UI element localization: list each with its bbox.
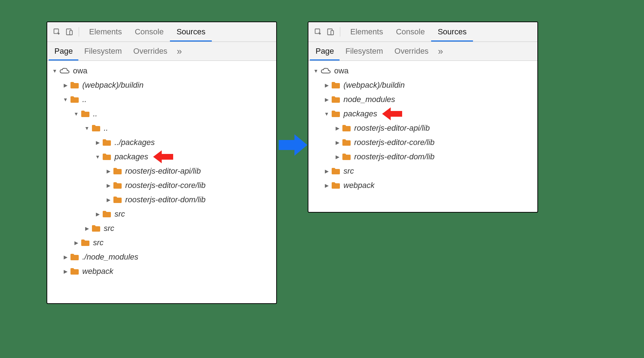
folder-icon <box>331 168 340 175</box>
disclosure-right-icon[interactable]: ▶ <box>74 240 79 246</box>
disclosure-right-icon[interactable]: ▶ <box>84 226 89 231</box>
inspect-icon[interactable] <box>51 26 63 38</box>
tree-item[interactable]: ▶ node_modules <box>310 92 536 107</box>
highlight-arrow-icon <box>382 107 402 120</box>
tree-root-label: owa <box>73 66 87 76</box>
tab-sources[interactable]: Sources <box>431 22 473 42</box>
folder-icon <box>331 182 340 189</box>
tree-item[interactable]: ▶ webpack <box>49 264 275 279</box>
subtab-page[interactable]: Page <box>49 42 78 61</box>
tree-item-label: src <box>93 238 103 247</box>
disclosure-right-icon[interactable]: ▶ <box>95 140 100 145</box>
device-toggle-icon[interactable] <box>63 26 75 38</box>
tab-console[interactable]: Console <box>390 22 431 42</box>
disclosure-down-icon[interactable]: ▼ <box>84 125 89 131</box>
disclosure-down-icon[interactable]: ▼ <box>95 154 100 160</box>
folder-icon <box>102 211 111 218</box>
tree-item-label: .. <box>93 109 97 118</box>
tree-item[interactable]: ▶ src <box>310 164 536 178</box>
tree-item-label: ./node_modules <box>82 252 138 262</box>
tree-item[interactable]: ▼ .. <box>49 107 275 121</box>
tree-item-label: webpack <box>343 181 375 190</box>
tree-item[interactable]: ▶ src <box>49 207 275 221</box>
tree-item-label: roosterjs-editor-api/lib <box>354 124 430 133</box>
disclosure-down-icon[interactable]: ▼ <box>74 111 79 117</box>
tree-item[interactable]: ▶ roosterjs-editor-dom/lib <box>310 150 536 164</box>
folder-icon <box>113 196 122 203</box>
tree-item[interactable]: ▶ roosterjs-editor-core/lib <box>310 135 536 150</box>
folder-icon <box>70 96 79 103</box>
tree-item-label: roosterjs-editor-core/lib <box>125 181 206 190</box>
tree-item[interactable]: ▶ roosterjs-editor-api/lib <box>310 121 536 135</box>
folder-icon <box>92 125 100 132</box>
disclosure-right-icon[interactable]: ▶ <box>324 97 329 102</box>
tree-item-packages[interactable]: ▼ packages <box>310 107 536 121</box>
tree-item[interactable]: ▶ webpack <box>310 178 536 193</box>
tree-item-label: webpack <box>82 267 113 276</box>
more-tabs-chevron-icon[interactable]: » <box>173 46 185 57</box>
more-tabs-chevron-icon[interactable]: » <box>434 46 447 57</box>
disclosure-right-icon[interactable]: ▶ <box>106 197 111 203</box>
tree-item[interactable]: ▶ roosterjs-editor-api/lib <box>49 164 275 178</box>
tree-item[interactable]: ▶ ../packages <box>49 135 275 150</box>
subtab-page[interactable]: Page <box>310 42 340 61</box>
tree-item-label: .. <box>104 124 108 133</box>
tree-item[interactable]: ▶ roosterjs-editor-dom/lib <box>49 193 275 207</box>
tree-item[interactable]: ▶ roosterjs-editor-core/lib <box>49 178 275 193</box>
subtab-filesystem[interactable]: Filesystem <box>340 42 389 61</box>
disclosure-down-icon[interactable]: ▼ <box>52 68 57 74</box>
sources-subtabs: Page Filesystem Overrides » <box>308 42 537 61</box>
cloud-icon <box>59 67 69 74</box>
tab-console[interactable]: Console <box>128 22 170 42</box>
subtab-filesystem[interactable]: Filesystem <box>78 42 127 61</box>
tree-item-label: roosterjs-editor-core/lib <box>354 138 435 147</box>
tab-elements[interactable]: Elements <box>83 22 128 42</box>
tree-root-label: owa <box>334 66 348 76</box>
disclosure-right-icon[interactable]: ▶ <box>324 82 329 88</box>
folder-icon <box>331 96 340 103</box>
inspect-icon[interactable] <box>312 26 324 38</box>
tree-item[interactable]: ▶ src <box>49 221 275 236</box>
disclosure-right-icon[interactable]: ▶ <box>335 140 340 145</box>
disclosure-right-icon[interactable]: ▶ <box>324 168 329 174</box>
subtab-overrides[interactable]: Overrides <box>128 42 173 61</box>
disclosure-right-icon[interactable]: ▶ <box>335 154 340 160</box>
disclosure-right-icon[interactable]: ▶ <box>63 82 68 88</box>
disclosure-down-icon[interactable]: ▼ <box>324 111 329 117</box>
sources-tree-after: ▼ owa ▶ (webpack)/buildin ▶ node_modules… <box>308 61 537 195</box>
tree-root[interactable]: ▼ owa <box>49 64 275 78</box>
devtools-toolbar: Elements Console Sources <box>47 22 276 42</box>
folder-icon <box>342 125 351 132</box>
tree-item[interactable]: ▼ .. <box>49 92 275 107</box>
tree-item-label: ../packages <box>114 138 155 147</box>
tab-elements[interactable]: Elements <box>344 22 390 42</box>
devtools-toolbar: Elements Console Sources <box>308 22 537 42</box>
svg-rect-5 <box>331 30 333 35</box>
disclosure-right-icon[interactable]: ▶ <box>95 211 100 217</box>
toolbar-separator <box>79 27 79 37</box>
disclosure-right-icon[interactable]: ▶ <box>106 168 111 174</box>
tree-root[interactable]: ▼ owa <box>310 64 536 78</box>
tab-sources[interactable]: Sources <box>170 22 212 42</box>
tree-item[interactable]: ▶ ./node_modules <box>49 250 275 264</box>
disclosure-down-icon[interactable]: ▼ <box>313 68 318 74</box>
disclosure-right-icon[interactable]: ▶ <box>106 183 111 188</box>
highlight-arrow-icon <box>153 150 173 163</box>
tree-item[interactable]: ▶ (webpack)/buildin <box>49 78 275 92</box>
tree-item[interactable]: ▶ (webpack)/buildin <box>310 78 536 92</box>
tree-item-label: roosterjs-editor-api/lib <box>125 166 201 176</box>
tree-item-label: src <box>343 166 354 176</box>
subtab-overrides[interactable]: Overrides <box>389 42 434 61</box>
disclosure-right-icon[interactable]: ▶ <box>63 254 68 260</box>
folder-icon <box>81 110 89 117</box>
disclosure-down-icon[interactable]: ▼ <box>63 97 68 102</box>
disclosure-right-icon[interactable]: ▶ <box>335 125 340 131</box>
device-toggle-icon[interactable] <box>324 26 336 38</box>
disclosure-right-icon[interactable]: ▶ <box>324 183 329 188</box>
folder-icon <box>92 225 100 232</box>
disclosure-right-icon[interactable]: ▶ <box>63 268 68 274</box>
transition-arrow-icon <box>279 134 307 156</box>
tree-item-packages[interactable]: ▼ packages <box>49 150 275 164</box>
tree-item[interactable]: ▼ .. <box>49 121 275 135</box>
tree-item[interactable]: ▶ src <box>49 236 275 250</box>
